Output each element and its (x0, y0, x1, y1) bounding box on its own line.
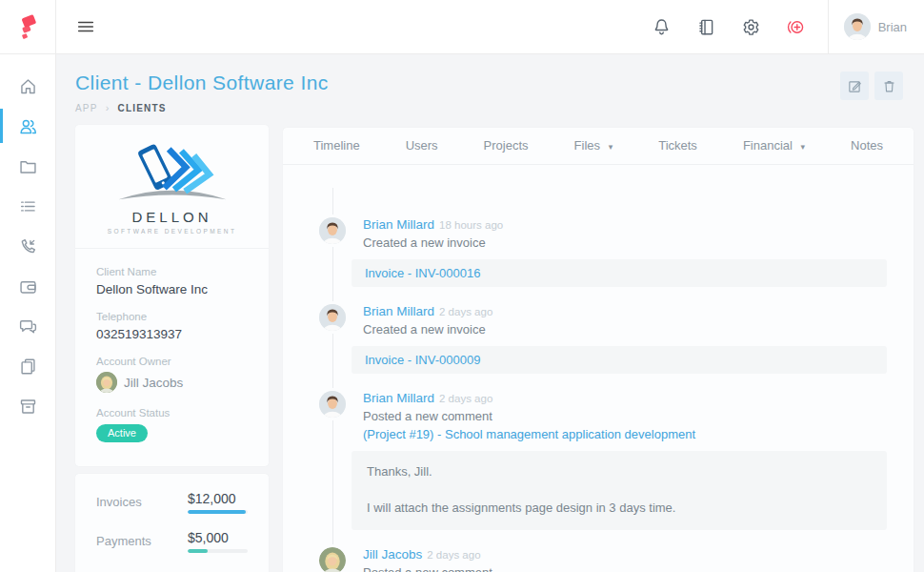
list-icon (18, 196, 38, 216)
timeline-action: Created a new invoice (363, 322, 887, 337)
chevron-down-icon: ▾ (609, 142, 613, 152)
timeline-timestamp: 2 days ago (439, 393, 492, 404)
field-telephone: Telephone 032519313937 (96, 311, 248, 341)
stat-value: $12,000 (188, 491, 248, 506)
main-content: Client - Dellon Software Inc APP › CLIEN… (56, 54, 924, 572)
stat-label: Payments (96, 534, 188, 549)
field-label: Account Status (96, 407, 248, 419)
timeline-entry: Brian Millard18 hours agoCreated a new i… (319, 217, 887, 287)
sidebar (0, 54, 56, 572)
users-icon (18, 116, 38, 136)
timeline-entry: Brian Millard2 days agoPosted a new comm… (319, 391, 887, 530)
trash-icon (881, 78, 897, 94)
tab-timeline[interactable]: Timeline (291, 128, 383, 164)
tab-tickets[interactable]: Tickets (635, 128, 720, 164)
field-value: 032519313937 (96, 327, 248, 341)
user-avatar (844, 13, 871, 40)
user-name: Brian (878, 20, 907, 34)
sidebar-item-documents[interactable] (0, 346, 55, 386)
delete-button[interactable] (874, 72, 903, 100)
timeline: Brian Millard18 hours agoCreated a new i… (283, 165, 914, 572)
sidebar-item-archive[interactable] (0, 386, 55, 426)
sidebar-item-folder[interactable] (0, 146, 55, 186)
field-account-status: Account Status Active (96, 407, 248, 442)
timeline-avatar (319, 304, 346, 331)
sidebar-item-wallet[interactable] (0, 266, 55, 306)
user-menu[interactable]: Brian (828, 0, 924, 53)
page-header: Client - Dellon Software Inc APP › CLIEN… (56, 54, 924, 113)
tab-notes[interactable]: Notes (828, 128, 906, 164)
field-account-owner: Account Owner Jill Jacobs (96, 356, 248, 393)
edit-button[interactable] (840, 72, 869, 100)
timeline-timestamp: 2 days ago (439, 306, 492, 317)
timeline-user-link[interactable]: Brian Millard (363, 304, 434, 318)
chevron-down-icon: ▾ (801, 142, 806, 152)
menu-toggle-icon[interactable] (75, 16, 96, 37)
notifications-icon[interactable] (644, 9, 680, 45)
archive-icon (18, 397, 38, 417)
topbar-icons (644, 9, 814, 45)
client-detail-card: TimelineUsersProjectsFiles ▾TicketsFinan… (283, 128, 914, 572)
timeline-avatar (319, 391, 346, 418)
pages-icon (18, 357, 38, 377)
stat-progress-track (188, 510, 248, 514)
field-label: Account Owner (96, 356, 248, 367)
client-logo: DELLON SOFTWARE DEVELOPMENT (75, 125, 269, 249)
sidebar-item-phone[interactable] (0, 226, 55, 266)
timeline-timestamp: 2 days ago (427, 549, 480, 561)
folder-icon (18, 156, 38, 176)
timeline-action: Created a new invoice (363, 235, 887, 250)
tab-bar: TimelineUsersProjectsFiles ▾TicketsFinan… (283, 128, 914, 165)
client-logo-tagline: SOFTWARE DEVELOPMENT (108, 228, 237, 235)
owner-name: Jill Jacobs (124, 376, 183, 390)
wallet-icon (18, 276, 38, 296)
tab-financial[interactable]: Financial ▾ (720, 128, 828, 164)
timeline-comment-box: Thanks, Jill.I will attach the assignmen… (352, 451, 887, 530)
breadcrumb-separator-icon: › (106, 102, 110, 113)
settings-icon[interactable] (733, 9, 770, 45)
stat-progress-track (188, 549, 248, 553)
status-badge: Active (96, 424, 148, 442)
tab-users[interactable]: Users (383, 128, 461, 164)
breadcrumb-app[interactable]: APP (75, 103, 98, 113)
client-panel: DELLON SOFTWARE DEVELOPMENT Client Name … (75, 125, 269, 572)
notebook-icon[interactable] (689, 9, 725, 45)
sidebar-item-list[interactable] (0, 186, 55, 226)
timeline-user-link[interactable]: Brian Millard (363, 391, 434, 405)
breadcrumb: APP › CLIENTS (75, 102, 329, 113)
chat-icon (18, 317, 38, 337)
breadcrumb-clients[interactable]: CLIENTS (118, 103, 167, 113)
timeline-avatar (319, 217, 346, 244)
timeline-invoice-link[interactable]: Invoice - INV-000016 (352, 259, 887, 287)
client-info-card: DELLON SOFTWARE DEVELOPMENT Client Name … (75, 125, 269, 466)
sidebar-item-users[interactable] (0, 106, 55, 146)
quick-add-icon[interactable] (778, 9, 814, 45)
client-stats-card: Invoices$12,000Payments$5,000Completed P… (75, 474, 269, 572)
timeline-user-link[interactable]: Jill Jacobs (363, 547, 422, 562)
timeline-user-link[interactable]: Brian Millard (363, 217, 434, 232)
tab-files[interactable]: Files ▾ (552, 128, 636, 164)
stat-row: Invoices$12,000 (96, 491, 248, 514)
timeline-entry: Jill Jacobs2 days agoPosted a new commen… (319, 547, 887, 572)
page-title: Client - Dellon Software Inc (75, 72, 329, 94)
client-logo-company: DELLON (131, 209, 211, 225)
timeline-action: Posted a new comment (363, 409, 887, 423)
stat-value: $5,000 (188, 530, 248, 545)
timeline-action: Posted a new comment (363, 565, 887, 572)
brand-logo-icon (15, 14, 40, 39)
sidebar-item-chat[interactable] (0, 306, 55, 346)
timeline-avatar (319, 547, 346, 572)
timeline-entry: Brian Millard2 days agoCreated a new inv… (319, 304, 887, 374)
home-icon (18, 76, 38, 96)
tab-projects[interactable]: Projects (461, 128, 552, 164)
field-label: Telephone (96, 311, 248, 322)
sidebar-item-home[interactable] (0, 66, 55, 106)
app-logo[interactable] (0, 0, 56, 53)
timeline-project-link[interactable]: (Project #19) - School management applic… (363, 427, 887, 441)
timeline-timestamp: 18 hours ago (439, 219, 503, 231)
stat-progress-fill (188, 510, 246, 514)
edit-icon (847, 78, 863, 94)
stat-label: Invoices (96, 495, 188, 510)
phone-icon (18, 236, 38, 256)
timeline-invoice-link[interactable]: Invoice - INV-000009 (352, 346, 887, 374)
